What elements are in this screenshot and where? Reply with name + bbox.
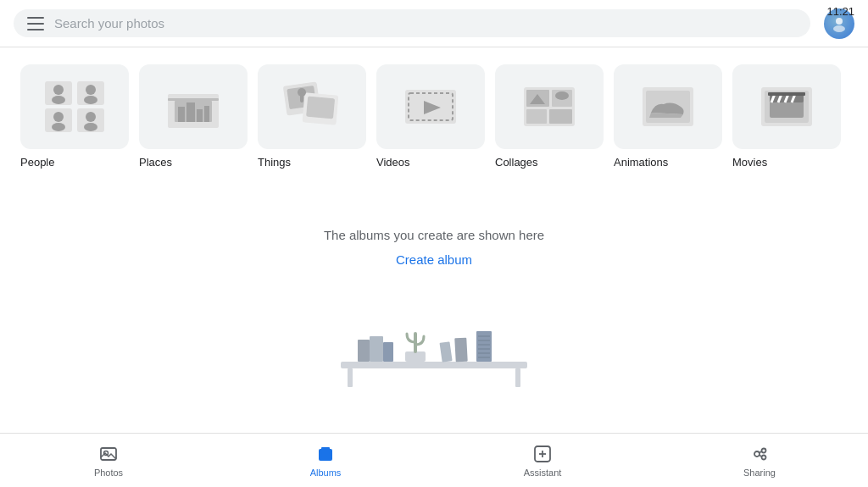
create-album-link[interactable]: Create album: [396, 252, 472, 267]
svg-line-77: [760, 455, 762, 457]
svg-rect-55: [440, 341, 453, 362]
svg-point-9: [53, 112, 64, 122]
svg-rect-56: [454, 338, 467, 362]
category-item-people[interactable]: People: [20, 64, 129, 169]
time-display: 11:21: [826, 5, 854, 18]
albums-icon: [315, 444, 336, 464]
nav-label-photos: Photos: [94, 468, 123, 478]
nav-label-assistant: Assistant: [524, 468, 562, 478]
category-thumbnail-movies: [732, 64, 841, 149]
svg-point-75: [762, 455, 766, 459]
category-label-places: Places: [139, 156, 172, 169]
category-thumbnail-places: [139, 64, 248, 149]
svg-rect-20: [168, 98, 219, 101]
assistant-icon: [532, 444, 553, 464]
shelf-illustration: [315, 287, 553, 389]
svg-rect-26: [300, 92, 303, 102]
hamburger-icon[interactable]: [27, 17, 44, 30]
photos-icon: [98, 444, 119, 464]
svg-rect-48: [341, 362, 527, 368]
svg-line-76: [760, 451, 762, 453]
category-item-things[interactable]: Things: [258, 64, 366, 169]
svg-rect-47: [768, 92, 805, 96]
category-item-animations[interactable]: Animations: [614, 64, 722, 169]
svg-point-6: [86, 85, 96, 95]
bottom-nav: Photos Albums Assistant: [0, 433, 868, 487]
svg-rect-18: [197, 109, 203, 122]
search-placeholder: Search your photos: [54, 16, 164, 30]
category-thumbnail-things: [258, 64, 366, 149]
sharing-icon: [749, 444, 770, 464]
svg-rect-51: [358, 340, 370, 362]
svg-rect-52: [370, 336, 383, 362]
svg-point-10: [52, 123, 65, 131]
nav-label-sharing: Sharing: [743, 468, 776, 478]
svg-rect-68: [321, 452, 330, 454]
svg-point-4: [52, 96, 65, 104]
category-thumbnail-videos: [376, 64, 485, 149]
category-label-collages: Collages: [495, 156, 538, 169]
svg-rect-69: [321, 456, 327, 457]
nav-item-photos[interactable]: Photos: [0, 437, 217, 484]
nav-item-assistant[interactable]: Assistant: [434, 437, 651, 484]
category-thumbnail-animations: [614, 64, 722, 149]
category-label-movies: Movies: [732, 156, 767, 169]
svg-rect-17: [186, 102, 195, 122]
category-label-animations: Animations: [614, 156, 668, 169]
svg-point-0: [836, 18, 843, 25]
empty-state: The albums you create are shown here Cre…: [0, 211, 868, 406]
category-item-videos[interactable]: Videos: [376, 64, 485, 169]
category-item-places[interactable]: Places: [139, 64, 248, 169]
category-label-videos: Videos: [376, 156, 410, 169]
category-label-things: Things: [258, 156, 291, 169]
category-thumbnail-people: [20, 64, 129, 149]
category-label-people: People: [20, 156, 54, 169]
category-grid: People Places: [20, 64, 848, 169]
svg-rect-53: [383, 342, 393, 362]
svg-rect-50: [515, 368, 520, 387]
svg-point-1: [833, 25, 845, 32]
svg-rect-24: [306, 97, 335, 119]
svg-point-3: [53, 85, 64, 95]
svg-rect-16: [178, 107, 185, 122]
svg-rect-67: [321, 447, 330, 450]
svg-rect-19: [204, 106, 209, 122]
svg-point-13: [84, 123, 97, 131]
nav-item-albums[interactable]: Albums: [217, 437, 434, 484]
svg-point-12: [86, 112, 96, 122]
svg-point-7: [84, 96, 97, 104]
category-item-movies[interactable]: Movies: [732, 64, 841, 169]
svg-point-73: [754, 451, 760, 457]
search-bar[interactable]: Search your photos: [14, 9, 810, 37]
empty-state-message: The albums you create are shown here: [324, 228, 544, 242]
svg-rect-34: [549, 109, 572, 124]
nav-item-sharing[interactable]: Sharing: [651, 437, 868, 484]
category-item-collages[interactable]: Collages: [495, 64, 604, 169]
category-section: People Places: [0, 47, 868, 177]
svg-rect-49: [348, 368, 353, 387]
top-bar: Search your photos: [0, 0, 868, 47]
svg-rect-33: [526, 109, 547, 124]
svg-point-36: [555, 91, 569, 100]
svg-rect-66: [319, 449, 332, 461]
svg-point-74: [762, 448, 766, 452]
category-thumbnail-collages: [495, 64, 604, 149]
nav-label-albums: Albums: [310, 468, 342, 478]
